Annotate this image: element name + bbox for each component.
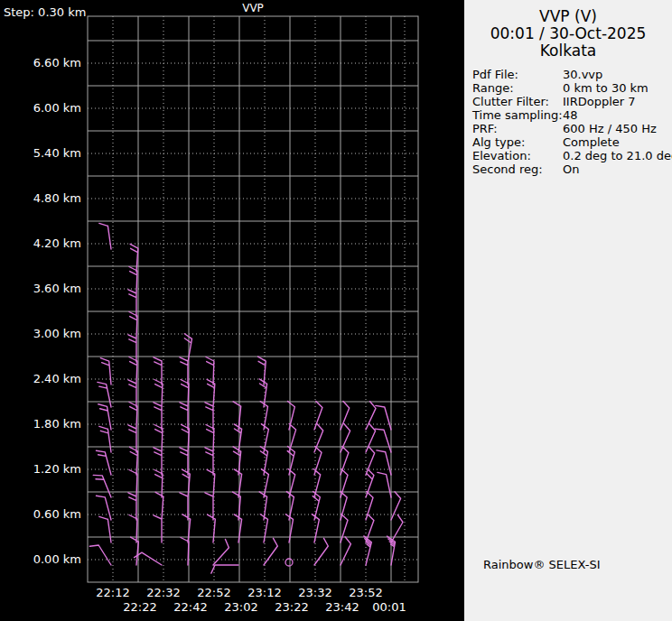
x-axis-label: 23:22 (265, 600, 319, 614)
y-axis-label: 1.20 km (0, 462, 81, 476)
calm-wind-symbol (285, 559, 293, 566)
x-axis-label: 23:02 (214, 600, 268, 614)
panel-field-row: PRF:600 Hz / 450 Hz (464, 122, 672, 135)
brand-footer: Rainbow® SELEX-SI (483, 558, 601, 571)
panel-field-row: Elevation:0.2 deg to 21.0 deg (464, 149, 672, 162)
field-label: PRF: (464, 122, 563, 135)
panel-field-row: Second reg:On (464, 162, 672, 176)
x-axis-label: 22:22 (113, 600, 167, 614)
x-axis-label: 22:32 (136, 586, 191, 599)
panel-field-row: Alg type:Complete (464, 135, 672, 149)
x-axis-label: 23:12 (238, 586, 292, 599)
wind-barb-column-23:42 (341, 402, 351, 565)
y-axis-label: 6.00 km (0, 101, 81, 115)
wind-barb-column-23:12 (258, 357, 278, 565)
field-value: Complete (563, 135, 620, 149)
panel-field-row: Clutter Filter:IIRDoppler 7 (464, 95, 672, 108)
wind-barb-column-22:22 (128, 244, 138, 565)
field-label: Clutter Filter: (464, 95, 563, 108)
wind-barb-column-23:02 (211, 402, 242, 573)
y-axis-label: 0.60 km (0, 507, 81, 521)
grid-dotted-lines (88, 16, 418, 582)
panel-field-row: Time sampling:48 (464, 108, 672, 122)
plot-title: VVP (88, 2, 418, 14)
field-value: 0.2 deg to 21.0 deg (563, 149, 672, 162)
x-axis-label: 23:52 (339, 586, 393, 599)
wind-barb-column-22:12 (89, 223, 111, 565)
field-label: Elevation: (464, 149, 563, 162)
wind-profile-plot: Step: 0.30 km VVP 6.60 km6.00 km5.40 km4… (0, 0, 463, 621)
field-label: Time sampling: (464, 108, 563, 122)
y-axis-label: 2.40 km (0, 372, 81, 385)
step-label: Step: 0.30 km (4, 5, 86, 19)
y-axis-label: 4.20 km (0, 236, 81, 250)
panel-field-row: Pdf File:30.vvp (464, 68, 672, 81)
panel-title: VVP (V) (464, 8, 672, 25)
x-axis-label: 23:42 (315, 600, 369, 614)
y-axis-label: 4.80 km (0, 191, 81, 205)
x-axis-label: 00:01 (362, 600, 416, 614)
field-label: Alg type: (464, 135, 563, 149)
x-axis-label: 23:32 (288, 586, 342, 599)
field-value: 600 Hz / 450 Hz (563, 122, 657, 135)
x-axis-label: 22:52 (187, 586, 241, 599)
y-axis-label: 0.00 km (0, 552, 81, 566)
x-axis-label: 22:42 (163, 600, 218, 614)
wind-barb-column-23:32 (312, 402, 328, 566)
y-axis-label: 1.80 km (0, 417, 81, 431)
x-axis-label: 22:12 (86, 586, 140, 599)
y-axis-label: 6.60 km (0, 56, 81, 70)
field-value: 48 (563, 108, 578, 122)
wind-barb-column-22:42 (180, 334, 192, 565)
field-label: Range: (464, 81, 563, 95)
info-panel: VVP (V) 00:01 / 30-Oct-2025 Kolkata Pdf … (464, 0, 672, 621)
grid-solid-lines (88, 16, 418, 582)
field-value: 30.vvp (563, 68, 602, 81)
y-axis-label: 5.40 km (0, 146, 81, 160)
panel-fields: Pdf File:30.vvpRange:0 km to 30 kmClutte… (464, 68, 672, 176)
wind-barb-column-23:22 (285, 402, 295, 543)
vvp-product-window: Step: 0.30 km VVP 6.60 km6.00 km5.40 km4… (0, 0, 672, 621)
panel-field-row: Range:0 km to 30 km (464, 81, 672, 95)
panel-datetime: 00:01 / 30-Oct-2025 (464, 25, 672, 42)
field-label: Second reg: (464, 162, 563, 176)
y-axis-label: 3.00 km (0, 327, 81, 340)
wind-barb-column-00:01 (375, 405, 403, 565)
plot-border (88, 16, 418, 582)
field-value: IIRDoppler 7 (563, 95, 636, 108)
wind-barb-canvas (0, 0, 463, 621)
panel-site: Kolkata (464, 42, 672, 60)
field-value: On (563, 162, 579, 176)
field-label: Pdf File: (464, 68, 563, 81)
field-value: 0 km to 30 km (563, 81, 649, 95)
y-axis-label: 3.60 km (0, 282, 81, 295)
wind-barb-column-22:52 (205, 357, 229, 566)
